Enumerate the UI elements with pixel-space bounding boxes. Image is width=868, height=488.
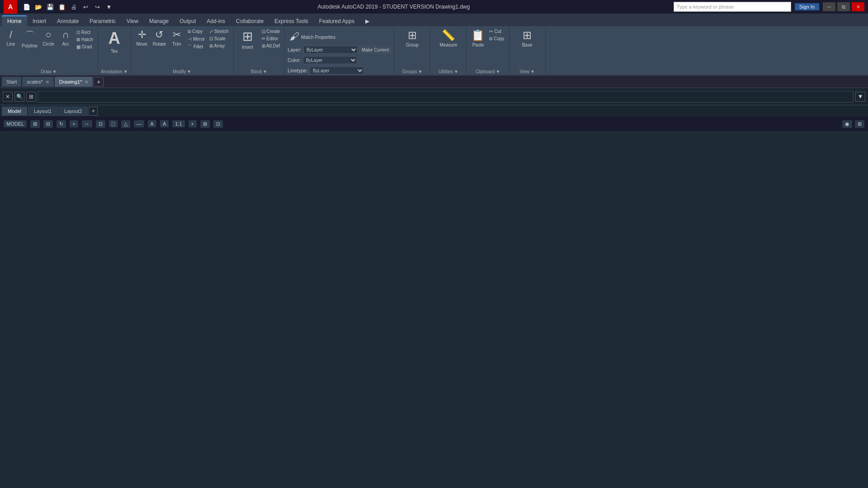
- match-properties-btn[interactable]: 🖌 Match Properties: [288, 30, 337, 44]
- ortho-btn[interactable]: ↻: [57, 120, 66, 128]
- layer-select[interactable]: ByLayer: [303, 46, 358, 54]
- print-btn[interactable]: 🖨: [69, 2, 79, 12]
- view-label[interactable]: View ▼: [519, 69, 534, 74]
- isolate-btn[interactable]: ◉: [842, 120, 852, 128]
- tab-more[interactable]: ▶: [360, 16, 375, 26]
- qp-btn[interactable]: A: [160, 120, 169, 127]
- doc-tab-scales-close[interactable]: ✕: [46, 80, 49, 84]
- tab-addins[interactable]: Add-ins: [201, 16, 231, 26]
- command-input[interactable]: [38, 91, 854, 103]
- trim-btn[interactable]: ✂ Trim: [169, 28, 185, 47]
- save-as-btn[interactable]: 📋: [57, 2, 67, 12]
- search-box[interactable]: Type a keyword or phrase: [674, 2, 791, 12]
- utilities-label[interactable]: Utilities ▼: [439, 69, 458, 74]
- tab-collaborate[interactable]: Collaborate: [231, 16, 269, 26]
- layout-tab-model[interactable]: Model: [2, 107, 27, 116]
- insert-btn[interactable]: ⊞ Insert: [236, 28, 259, 51]
- doc-tab-start[interactable]: Start: [2, 77, 21, 87]
- tab-manage[interactable]: Manage: [144, 16, 174, 26]
- mirror-btn[interactable]: ⊣ Mirror: [186, 36, 207, 42]
- tab-home[interactable]: Home: [2, 15, 27, 26]
- copy-clip-btn[interactable]: ⧉ Copy: [487, 35, 506, 42]
- make-current-btn[interactable]: Make Current: [359, 47, 392, 53]
- qa-more-btn[interactable]: ▼: [104, 2, 114, 12]
- snap-btn[interactable]: ⊟: [43, 120, 53, 128]
- osnap-btn[interactable]: ↔: [82, 120, 92, 127]
- cmd-search-btn[interactable]: 🔍: [14, 92, 24, 102]
- doc-tab-drawing1-close[interactable]: ✕: [85, 80, 88, 84]
- ducs-btn[interactable]: ⎕: [109, 120, 118, 127]
- rect-btn[interactable]: ⊡ Rect: [75, 29, 95, 36]
- draw-dropdown-icon[interactable]: ▼: [52, 69, 57, 74]
- draw-label[interactable]: Draw ▼: [41, 69, 57, 74]
- utilities-dropdown-icon[interactable]: ▼: [454, 69, 458, 74]
- tab-parametric[interactable]: Parametric: [84, 16, 121, 26]
- tab-featured[interactable]: Featured Apps: [314, 16, 360, 26]
- polyline-btn[interactable]: ⌒ Polyline: [20, 28, 39, 49]
- new-layout-tab-btn[interactable]: +: [89, 107, 98, 116]
- color-select[interactable]: ByLayer: [303, 56, 357, 64]
- new-btn[interactable]: 📄: [22, 2, 32, 12]
- groups-label[interactable]: Groups ▼: [402, 69, 423, 74]
- base-btn[interactable]: ⊞ Base: [519, 28, 535, 48]
- minimize-btn[interactable]: ─: [823, 2, 835, 11]
- line-btn[interactable]: / Line: [3, 28, 19, 47]
- tab-output[interactable]: Output: [174, 16, 201, 26]
- cut-btn[interactable]: ✂ Cut: [487, 28, 506, 35]
- signin-btn[interactable]: Sign In: [795, 3, 819, 10]
- array-btn[interactable]: ⊞ Array: [208, 42, 230, 49]
- layout-tab-layout2[interactable]: Layout2: [58, 107, 88, 116]
- block-label[interactable]: Block ▼: [251, 69, 267, 74]
- groups-dropdown-icon[interactable]: ▼: [418, 69, 422, 74]
- clipboard-dropdown-icon[interactable]: ▼: [495, 69, 500, 74]
- ui-btn[interactable]: ⊡: [213, 120, 223, 128]
- copy-btn[interactable]: ⧉ Copy: [186, 28, 207, 35]
- fillet-btn[interactable]: ⌒ Fillet: [186, 43, 207, 51]
- hardware-btn[interactable]: ⊞: [855, 120, 864, 128]
- attdef-btn[interactable]: ⊞ Att.Def: [260, 42, 282, 49]
- annotation-label[interactable]: Annotation ▼: [101, 69, 128, 74]
- hatch-btn[interactable]: ⊠ Hatch: [75, 36, 95, 43]
- arc-btn[interactable]: ∩ Arc: [57, 28, 74, 47]
- tab-view[interactable]: View: [121, 16, 144, 26]
- block-dropdown-icon[interactable]: ▼: [263, 69, 267, 74]
- save-btn[interactable]: 💾: [45, 2, 55, 12]
- redo-btn[interactable]: ↪: [92, 2, 102, 12]
- new-doc-tab-btn[interactable]: +: [94, 77, 104, 87]
- modify-label[interactable]: Modify ▼: [173, 69, 191, 74]
- editor-btn[interactable]: ✏ Editor: [260, 35, 282, 42]
- open-btn[interactable]: 📂: [33, 2, 43, 12]
- tab-insert[interactable]: Insert: [27, 16, 52, 26]
- measure-btn[interactable]: 📏 Measure: [437, 28, 460, 48]
- group-btn[interactable]: ⊞ Group: [404, 28, 420, 48]
- rotate-btn[interactable]: ↺ Rotate: [151, 28, 168, 47]
- text-btn[interactable]: A Tex: [103, 28, 126, 55]
- doc-tab-scales[interactable]: scales* ✕: [22, 77, 53, 87]
- close-btn[interactable]: ✕: [852, 2, 864, 11]
- dyn-btn[interactable]: △: [121, 120, 130, 128]
- cmd-close-btn[interactable]: ✕: [3, 92, 13, 102]
- move-btn[interactable]: ✛ Move: [134, 28, 150, 47]
- paste-btn[interactable]: 📋 Paste: [469, 28, 486, 48]
- tp-btn[interactable]: A: [148, 120, 156, 127]
- doc-tab-drawing1[interactable]: Drawing1* ✕: [55, 77, 93, 87]
- view-dropdown-icon[interactable]: ▼: [530, 69, 535, 74]
- undo-btn[interactable]: ↩: [80, 2, 90, 12]
- tab-express[interactable]: Express Tools: [269, 16, 313, 26]
- sc-btn[interactable]: 1:1: [172, 120, 184, 127]
- scale-btn[interactable]: ⊡ Scale: [208, 35, 230, 42]
- gradient-btn[interactable]: ▦ Grad.: [75, 43, 95, 50]
- layout-tab-layout1[interactable]: Layout1: [28, 107, 57, 116]
- ws-btn[interactable]: ⊞: [200, 120, 210, 128]
- clipboard-label[interactable]: Clipboard ▼: [476, 69, 500, 74]
- linetype-select[interactable]: ByLayer: [310, 66, 364, 75]
- window-controls[interactable]: ─ ⧉ ✕: [823, 2, 864, 11]
- otrack-btn[interactable]: ⊡: [96, 120, 105, 128]
- app-icon[interactable]: A: [4, 0, 17, 14]
- circle-btn[interactable]: ○ Circle: [40, 28, 57, 47]
- restore-btn[interactable]: ⧉: [837, 2, 850, 11]
- polar-btn[interactable]: +: [70, 120, 78, 127]
- lw-btn[interactable]: —: [134, 120, 144, 127]
- grid-btn[interactable]: ⊞: [30, 120, 40, 128]
- tab-annotate[interactable]: Annotate: [52, 16, 84, 26]
